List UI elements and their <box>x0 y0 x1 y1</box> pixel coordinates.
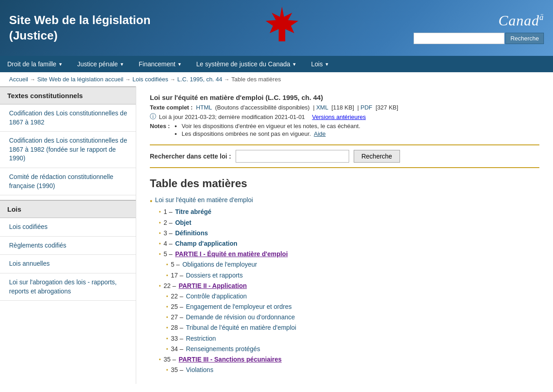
site-title-line2: (Justice) <box>9 29 58 42</box>
toc-sub-bullet: • <box>159 250 161 259</box>
html-link[interactable]: HTML <box>196 104 212 111</box>
sidebar-item-codification1867[interactable]: Codification des Lois constitutionnelles… <box>0 104 136 132</box>
toc-item-4: • 4 – Champ d'application <box>150 240 539 248</box>
toc-item-17: • 17 – Dossiers et rapports <box>150 272 539 280</box>
header-right: Canadä Recherche <box>414 12 544 44</box>
toc-item-35: • 35 – Violations <box>150 366 539 375</box>
doc-meta-fulltext: Texte complet : HTML (Boutons d'accessib… <box>150 104 539 111</box>
nav-item-justice[interactable]: Justice pénale ▼ <box>70 56 131 72</box>
info-icon: ⓘ <box>150 113 156 121</box>
aide-link[interactable]: Aide <box>314 130 326 137</box>
toc-link-restriction[interactable]: Restriction <box>186 335 216 342</box>
law-search-button[interactable]: Recherche <box>354 150 400 163</box>
toc-list: • Loi sur l'équité en matière d'emploi •… <box>150 196 539 375</box>
toc-item-22: • 22 – Contrôle d'application <box>150 293 539 301</box>
toc-sub-bullet: • <box>166 313 168 322</box>
main-layout: Textes constitutionnels Codification des… <box>0 86 553 384</box>
note-item-1: Voir les dispositions d'entrée en vigueu… <box>182 123 360 129</box>
breadcrumb-accueil[interactable]: Accueil <box>9 76 28 83</box>
toc-sub-bullet: • <box>166 303 168 312</box>
header-search-input[interactable] <box>414 33 504 44</box>
header-search-button[interactable]: Recherche <box>505 33 544 44</box>
doc-date-row: ⓘ Loi à jour 2021-03-23; dernière modifi… <box>150 113 539 121</box>
toc-link-titre[interactable]: Titre abrégé <box>175 208 212 215</box>
breadcrumb-lc[interactable]: L.C. 1995, ch. 44 <box>178 76 222 83</box>
toc-sub-bullet: • <box>166 293 168 301</box>
nav-item-systeme[interactable]: Le système de justice du Canada ▼ <box>189 56 304 72</box>
breadcrumb-arrow: → <box>170 76 176 83</box>
toc-sub-bullet: • <box>159 208 161 217</box>
chevron-down-icon: ▼ <box>292 62 296 67</box>
note-item-2: Les dispositions ombrées ne sont pas en … <box>182 130 360 137</box>
maple-leaf-icon <box>262 5 302 51</box>
toc-sub-bullet: • <box>166 335 168 343</box>
toc-link-loi[interactable]: Loi sur l'équité en matière d'emploi <box>155 196 253 203</box>
toc-item-partie2: • 22 – PARTIE II - Application <box>150 282 539 291</box>
toc-item-25: • 25 – Engagement de l'employeur et ordr… <box>150 303 539 312</box>
canada-logo: Canadä <box>499 12 544 29</box>
toc-sub-bullet: • <box>166 366 168 375</box>
toc-link-tribunal[interactable]: Tribunal de l'équité en matière d'emploi <box>186 324 296 331</box>
toc-link-renseignements[interactable]: Renseignements protégés <box>186 345 260 352</box>
header-search[interactable]: Recherche <box>414 33 544 44</box>
toc-sub-bullet: • <box>159 219 161 228</box>
sidebar-item-loi-abrogation[interactable]: Loi sur l'abrogation des lois - rapports… <box>0 273 136 301</box>
breadcrumb-arrow: → <box>30 76 35 83</box>
nav-item-droit[interactable]: Droit de la famille ▼ <box>0 56 70 72</box>
toc-link-partie2[interactable]: PARTIE II - Application <box>178 282 247 289</box>
toc-link-partie1[interactable]: PARTIE I - Équité en matière d'emploi <box>175 250 288 258</box>
toc-item-34: • 34 – Renseignements protégés <box>150 345 539 354</box>
xml-link[interactable]: XML <box>316 104 328 111</box>
toc-bullet: • <box>150 196 153 206</box>
toc-link-champ[interactable]: Champ d'application <box>175 240 237 247</box>
page-header: Site Web de la législation (Justice) Can… <box>0 0 553 56</box>
toc-sub-bullet: • <box>166 272 168 280</box>
notes-list: Voir les dispositions d'entrée en vigueu… <box>173 123 360 138</box>
chevron-down-icon: ▼ <box>177 62 182 67</box>
pdf-link[interactable]: PDF <box>360 104 372 111</box>
sidebar-item-lois-codifiees[interactable]: Lois codifiées <box>0 218 136 237</box>
breadcrumb-legislation[interactable]: Site Web de la législation accueil <box>37 76 123 83</box>
law-search-label: Rechercher dans cette loi : <box>150 153 231 160</box>
nav-item-financement[interactable]: Financement ▼ <box>131 56 189 72</box>
toc-item-partie1: • 5 – PARTIE I - Équité en matière d'emp… <box>150 250 539 259</box>
toc-item-5: • 5 – Obligations de l'employeur <box>150 261 539 269</box>
toc-item-loi: • Loi sur l'équité en matière d'emploi <box>150 196 539 206</box>
toc-sub-bullet: • <box>166 324 168 332</box>
toc-item-1: • 1 – Titre abrégé <box>150 208 539 217</box>
main-content: Loi sur l'équité en matière d'emploi (L.… <box>136 86 553 384</box>
chevron-down-icon: ▼ <box>325 62 329 67</box>
breadcrumb-arrow: → <box>125 76 131 83</box>
notes-row: Notes : Voir les dispositions d'entrée e… <box>150 123 539 138</box>
toc-link-definitions[interactable]: Définitions <box>175 229 208 237</box>
toc-item-27: • 27 – Demande de révision ou d'ordonnan… <box>150 313 539 322</box>
toc-link-obligations[interactable]: Obligations de l'employeur <box>183 261 257 268</box>
law-search-input[interactable] <box>236 150 349 163</box>
toc-item-2: • 2 – Objet <box>150 219 539 228</box>
breadcrumb: Accueil → Site Web de la législation acc… <box>0 72 553 86</box>
toc-sub-bullet: • <box>159 356 161 364</box>
toc-link-dossiers[interactable]: Dossiers et rapports <box>186 272 242 279</box>
toc-sub-bullet: • <box>166 261 168 269</box>
toc-item-3: • 3 – Définitions <box>150 229 539 238</box>
sidebar-item-comite[interactable]: Comité de rédaction constitutionnelle fr… <box>0 168 136 195</box>
sidebar-item-codification1867-rapport[interactable]: Codification des Lois constitutionnelles… <box>0 132 136 168</box>
toc-item-partie3: • 35 – PARTIE III - Sanctions pécuniaire… <box>150 356 539 364</box>
chevron-down-icon: ▼ <box>58 62 63 67</box>
nav-item-lois[interactable]: Lois ▼ <box>304 56 336 72</box>
toc-link-partie3[interactable]: PARTIE III - Sanctions pécuniaires <box>178 356 281 363</box>
toc-link-violations[interactable]: Violations <box>186 366 213 373</box>
sidebar-item-reglements-codifies[interactable]: Règlements codifiés <box>0 237 136 255</box>
toc-link-engagement[interactable]: Engagement de l'employeur et ordres <box>186 303 291 310</box>
versions-anterieures-link[interactable]: Versions antérieures <box>312 114 366 120</box>
toc-link-controle[interactable]: Contrôle d'application <box>186 293 247 300</box>
sidebar-item-lois-annuelles[interactable]: Lois annuelles <box>0 255 136 273</box>
sidebar-section-textes: Textes constitutionnels <box>0 86 136 104</box>
breadcrumb-arrow: → <box>224 76 230 83</box>
breadcrumb-lois-codifiees[interactable]: Lois codifiées <box>133 76 168 83</box>
toc-sub-bullet: • <box>166 345 168 354</box>
sidebar: Textes constitutionnels Codification des… <box>0 86 136 384</box>
toc-link-objet[interactable]: Objet <box>175 219 192 226</box>
toc-link-demande[interactable]: Demande de révision ou d'ordonnance <box>186 313 295 321</box>
toc-sub-bullet: • <box>159 282 161 291</box>
